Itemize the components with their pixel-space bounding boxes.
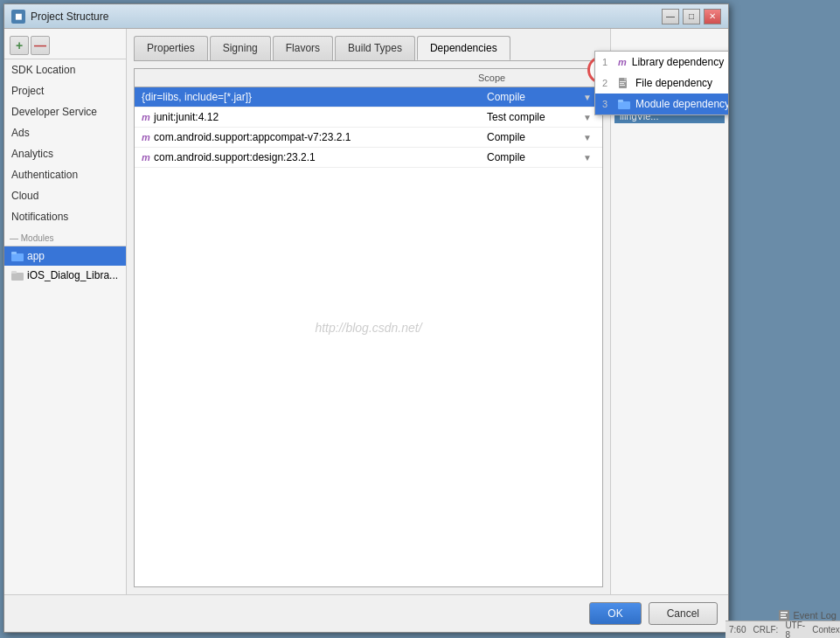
svg-rect-10 [618, 100, 623, 102]
sidebar-item-app[interactable]: app [4, 246, 126, 266]
app-module-label: app [27, 250, 45, 262]
sidebar-item-notifications[interactable]: Notifications [4, 206, 126, 227]
svg-rect-3 [11, 271, 17, 274]
status-crlf: CRLF: [753, 625, 778, 635]
ios-dialog-lib-label: iOS_Dialog_Libra... [27, 269, 118, 281]
dep-scope: Test compile [487, 111, 583, 123]
scope-arrow[interactable]: ▼ [583, 93, 595, 102]
module-folder-icon [618, 99, 630, 109]
name-column-header [142, 73, 478, 83]
table-header: Scope [135, 69, 602, 87]
maven-icon: m [142, 152, 150, 163]
svg-rect-12 [781, 612, 788, 614]
table-row[interactable]: m junit:junit:4.12 Test compile ▼ [135, 107, 602, 128]
status-position: 7:60 [729, 625, 746, 635]
file-dependency-label: File dependency [635, 77, 712, 89]
maven-icon: m [142, 112, 150, 122]
event-log-icon [779, 610, 789, 621]
file-dependency-option[interactable]: 2 File dependency [595, 73, 728, 94]
svg-rect-13 [781, 614, 786, 616]
dep-row-name-text: {dir=libs, include=[*.jar]} [142, 91, 252, 103]
sidebar-item-authentication[interactable]: Authentication [4, 164, 126, 185]
main-content: Properties Signing Flavors Build Types D… [127, 29, 610, 594]
svg-rect-14 [781, 617, 787, 619]
svg-rect-9 [618, 101, 630, 109]
table-row[interactable]: m com.android.support:appcompat-v7:23.2.… [135, 128, 602, 148]
sidebar: + — SDK Location Project Developer Servi… [4, 29, 127, 594]
event-log-label: Event Log [793, 610, 837, 621]
svg-rect-5 [624, 78, 627, 80]
dep-name: m com.android.support:design:23.2.1 [142, 151, 487, 163]
sidebar-item-sdk-location[interactable]: SDK Location [4, 59, 126, 80]
cancel-button[interactable]: Cancel [649, 602, 718, 625]
tab-build-types[interactable]: Build Types [335, 36, 415, 60]
scope-arrow[interactable]: ▼ [583, 133, 595, 142]
svg-rect-7 [620, 83, 624, 84]
scope-arrow[interactable]: ▼ [583, 113, 595, 122]
table-row[interactable]: {dir=libs, include=[*.jar]} Compile ▼ [135, 87, 602, 107]
scope-column-header: Scope [478, 73, 583, 83]
sidebar-item-ios-dialog-lib[interactable]: iOS_Dialog_Libra... [4, 266, 126, 285]
library-dependency-option[interactable]: 1 m Library dependency [595, 52, 728, 73]
maximize-button[interactable]: □ [683, 9, 700, 24]
sidebar-toolbar: + — [4, 32, 126, 59]
minimize-button[interactable]: — [662, 9, 679, 24]
dep-scope: Compile [487, 151, 583, 163]
svg-rect-2 [11, 273, 24, 281]
status-context: Context: [812, 625, 840, 635]
library-dependency-label: Library dependency [632, 56, 724, 68]
sidebar-item-cloud[interactable]: Cloud [4, 185, 126, 206]
ok-button[interactable]: OK [589, 602, 641, 625]
window-title: Project Structure [31, 10, 662, 23]
dependency-type-dropdown: 1 m Library dependency 2 [594, 51, 728, 115]
close-button[interactable]: ✕ [704, 9, 721, 24]
svg-rect-0 [11, 253, 24, 261]
dep-scope: Compile [487, 131, 583, 143]
folder-icon [11, 250, 24, 262]
event-log-area: Event Log [779, 610, 837, 621]
module-dependency-label: Module dependency [635, 98, 728, 110]
status-bar: 7:60 CRLF: UTF-8 Context: [725, 621, 840, 638]
dialog-body: + — SDK Location Project Developer Servi… [4, 29, 728, 594]
svg-rect-1 [11, 252, 17, 254]
dep-scope: Compile [487, 91, 583, 103]
add-sidebar-item-button[interactable]: + [10, 36, 29, 55]
sidebar-item-developer-service[interactable]: Developer Service [4, 101, 126, 122]
status-encoding: UTF-8 [785, 621, 805, 639]
dep-name: m com.android.support:appcompat-v7:23.2.… [142, 131, 487, 143]
sidebar-item-project[interactable]: Project [4, 80, 126, 101]
project-structure-dialog: ◼ Project Structure — □ ✕ + — SDK Locati… [3, 3, 729, 633]
dep-row-name-text: com.android.support:design:23.2.1 [154, 151, 316, 163]
watermark-text: http://blog.csdn.net/ [315, 321, 421, 335]
dep-name: m junit:junit:4.12 [142, 111, 487, 123]
svg-rect-8 [620, 85, 625, 86]
window-controls: — □ ✕ [662, 9, 721, 24]
svg-rect-6 [620, 81, 626, 82]
table-row[interactable]: m com.android.support:design:23.2.1 Comp… [135, 148, 602, 168]
dependencies-area: + 1 m Library dependency 2 [134, 68, 603, 587]
module-dependency-option[interactable]: 3 Module dependency [595, 94, 728, 114]
file-icon [618, 78, 630, 88]
remove-sidebar-item-button[interactable]: — [31, 36, 50, 55]
tab-flavors[interactable]: Flavors [273, 36, 333, 60]
dep-row-name-text: com.android.support:appcompat-v7:23.2.1 [154, 131, 351, 143]
modules-section-header: — Modules [4, 231, 126, 246]
tab-properties[interactable]: Properties [134, 36, 208, 60]
dep-row-name-text: junit:junit:4.12 [154, 111, 219, 123]
dialog-footer: OK Cancel [4, 594, 728, 632]
dep-name: {dir=libs, include=[*.jar]} [142, 91, 487, 103]
m-library-icon: m [618, 57, 627, 67]
maven-icon: m [142, 132, 150, 142]
tabs-bar: Properties Signing Flavors Build Types D… [134, 36, 603, 61]
sidebar-item-analytics[interactable]: Analytics [4, 143, 126, 164]
app-icon: ◼ [11, 10, 25, 24]
sidebar-item-ads[interactable]: Ads [4, 122, 126, 143]
title-bar: ◼ Project Structure — □ ✕ [4, 4, 728, 29]
scope-arrow[interactable]: ▼ [583, 153, 595, 163]
tab-dependencies[interactable]: Dependencies [417, 36, 510, 60]
tab-signing[interactable]: Signing [210, 36, 271, 60]
dependencies-table: Scope {dir=libs, include=[*.jar]} Compil… [134, 68, 603, 587]
folder-icon-2 [11, 269, 24, 281]
